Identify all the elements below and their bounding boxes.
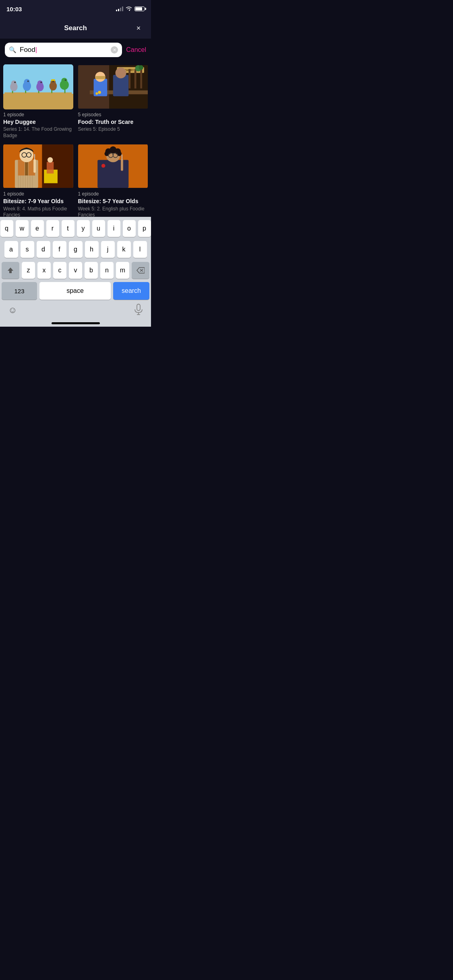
svg-point-62	[48, 157, 53, 163]
key-w[interactable]: w	[16, 220, 29, 237]
home-indicator	[0, 319, 151, 327]
key-m[interactable]: m	[116, 262, 129, 279]
keyboard-bottom-row: 123 space search	[0, 280, 151, 301]
svg-point-22	[65, 79, 66, 81]
svg-rect-79	[137, 304, 140, 311]
thumbnail-food-truth: BUTCHERY	[78, 64, 148, 109]
space-key[interactable]: space	[39, 282, 111, 300]
svg-point-11	[24, 79, 30, 85]
svg-point-41	[95, 92, 98, 95]
key-f[interactable]: f	[53, 241, 66, 258]
key-y[interactable]: y	[77, 220, 90, 237]
result-title-hey-duggee: Hey Duggee	[3, 118, 73, 126]
key-q[interactable]: q	[0, 220, 13, 237]
results-grid: 1 episode Hey Duggee Series 1: 14. The F…	[0, 61, 151, 222]
svg-rect-37	[140, 69, 142, 89]
svg-rect-35	[128, 69, 130, 89]
search-bar-container: 🔍 Food ✕ Cancel	[0, 39, 151, 61]
search-input-wrapper[interactable]: 🔍 Food ✕	[5, 43, 122, 57]
key-e[interactable]: e	[31, 220, 44, 237]
key-p[interactable]: p	[138, 220, 151, 237]
svg-point-9	[14, 82, 16, 83]
key-x[interactable]: x	[37, 262, 51, 279]
key-k[interactable]: k	[117, 241, 131, 258]
svg-point-15	[40, 82, 42, 83]
key-v[interactable]: v	[69, 262, 82, 279]
search-icon: 🔍	[9, 46, 17, 54]
close-button[interactable]: ×	[132, 22, 145, 34]
key-t[interactable]: t	[62, 220, 74, 237]
svg-rect-1	[4, 93, 72, 106]
key-c[interactable]: c	[53, 262, 66, 279]
wifi-icon	[126, 6, 132, 11]
svg-point-40	[98, 91, 101, 94]
search-key[interactable]: search	[113, 282, 149, 300]
status-icons	[116, 6, 145, 11]
result-card-food-truth[interactable]: BUTCHERY 5 ep	[78, 64, 148, 139]
svg-rect-36	[134, 69, 136, 89]
result-subtitle-hey-duggee: Series 1: 14. The Food Growing Badge	[3, 126, 73, 139]
key-s[interactable]: s	[21, 241, 34, 258]
result-title-bitesize57: Bitesize: 5-7 Year Olds	[78, 198, 148, 205]
result-card-hey-duggee[interactable]: 1 episode Hey Duggee Series 1: 14. The F…	[3, 64, 73, 139]
key-a[interactable]: a	[4, 241, 18, 258]
key-j[interactable]: j	[101, 241, 115, 258]
svg-rect-53	[25, 160, 28, 176]
keyboard: q w e r t y u i o p a s d f g h j k l	[0, 217, 151, 327]
microphone-button[interactable]	[134, 304, 143, 317]
svg-point-14	[37, 80, 43, 86]
svg-point-19	[52, 81, 54, 82]
numbers-key[interactable]: 123	[2, 282, 37, 300]
search-input[interactable]: Food	[20, 46, 108, 54]
key-n[interactable]: n	[100, 262, 114, 279]
svg-rect-76	[121, 154, 122, 160]
result-card-bitesize57[interactable]: 1 episode Bitesize: 5-7 Year Olds Week 5…	[78, 144, 148, 218]
result-title-bitesize79: Bitesize: 7-9 Year Olds	[3, 198, 73, 205]
clear-input-button[interactable]: ✕	[111, 46, 118, 54]
svg-point-65	[101, 164, 105, 168]
food-scene: BUTCHERY	[78, 64, 148, 109]
shift-icon	[7, 267, 14, 274]
key-g[interactable]: g	[69, 241, 83, 258]
key-b[interactable]: b	[85, 262, 98, 279]
delete-key[interactable]	[132, 262, 149, 279]
key-d[interactable]: d	[37, 241, 50, 258]
signal-icon	[116, 6, 123, 11]
svg-point-39	[139, 65, 143, 70]
svg-rect-60	[34, 154, 35, 157]
result-card-bitesize79[interactable]: 1 episode Bitesize: 7-9 Year Olds Week 8…	[3, 144, 73, 218]
bitesize79-scene	[3, 144, 73, 189]
svg-rect-64	[97, 160, 128, 188]
keyboard-row-1: q w e r t y u i o p	[2, 220, 149, 237]
thumbnail-hey-duggee	[3, 64, 73, 109]
keyboard-row-3: z x c v b n m	[2, 262, 149, 279]
key-l[interactable]: l	[133, 241, 147, 258]
episode-count-food-truth: 5 episodes	[78, 112, 148, 117]
bitesize57-scene	[78, 144, 148, 189]
thumbnail-bitesize57	[78, 144, 148, 189]
thumbnail-bitesize79	[3, 144, 73, 189]
key-o[interactable]: o	[123, 220, 136, 237]
svg-rect-32	[95, 76, 105, 79]
svg-point-8	[11, 80, 17, 86]
cancel-button[interactable]: Cancel	[126, 46, 146, 54]
status-bar: 10:03	[0, 0, 151, 18]
result-subtitle-food-truth: Series 5: Episode 5	[78, 126, 148, 133]
shift-key[interactable]	[2, 262, 19, 279]
svg-rect-75	[121, 159, 123, 171]
delete-icon	[137, 267, 145, 274]
key-h[interactable]: h	[85, 241, 99, 258]
keyboard-row-2: a s d f g h j k l	[2, 241, 149, 258]
key-r[interactable]: r	[46, 220, 59, 237]
key-z[interactable]: z	[22, 262, 35, 279]
svg-rect-61	[47, 162, 54, 174]
key-i[interactable]: i	[108, 220, 120, 237]
battery-icon	[134, 6, 145, 11]
svg-point-21	[61, 78, 67, 84]
key-u[interactable]: u	[92, 220, 105, 237]
emoji-button[interactable]: ☺	[8, 305, 17, 315]
keyboard-extras: ☺	[0, 301, 151, 319]
svg-rect-58	[33, 159, 36, 173]
svg-point-34	[115, 68, 126, 78]
status-time: 10:03	[6, 6, 22, 12]
